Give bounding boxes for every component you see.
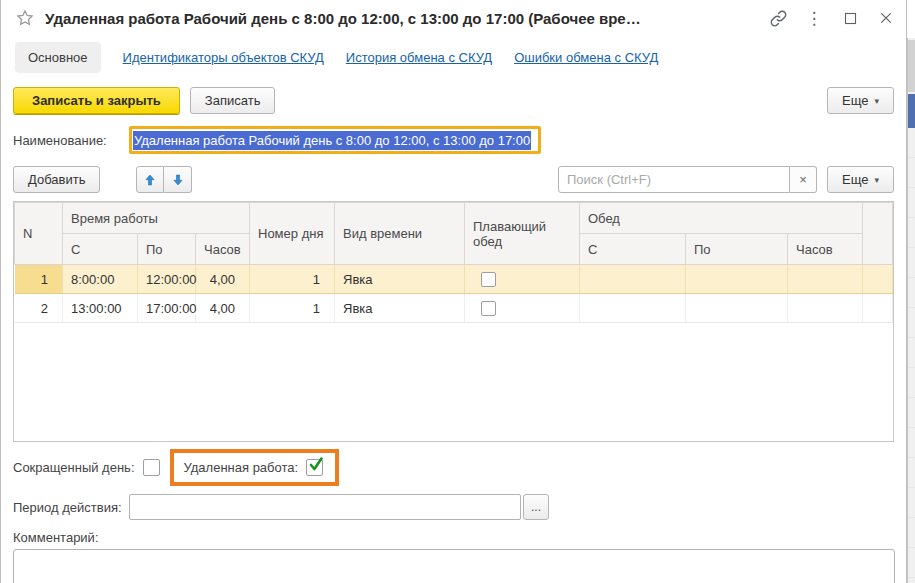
- more-button-top[interactable]: Еще ▾: [827, 87, 894, 114]
- table-command-bar: Добавить × Еще ▾: [1, 160, 906, 201]
- check-icon: [308, 457, 324, 473]
- chevron-down-icon: ▾: [874, 96, 879, 106]
- comment-textarea[interactable]: [13, 549, 895, 583]
- period-row: Период действия: ...: [1, 486, 906, 520]
- move-down-button[interactable]: [164, 166, 192, 193]
- schedule-table-container: N Время работы Номер дня Вид времени Пла…: [13, 201, 894, 442]
- col-header-work-from[interactable]: С: [63, 234, 138, 265]
- cell-day-number[interactable]: 1: [250, 294, 335, 323]
- arrow-down-icon: [171, 173, 185, 187]
- vertical-scrollbar[interactable]: [907, 38, 915, 583]
- form-window: Удаленная работа Рабочий день с 8:00 до …: [0, 0, 907, 583]
- checkbox-row: Сокращенный день: Удаленная работа:: [1, 442, 906, 486]
- col-header-lunch-to[interactable]: По: [686, 234, 788, 265]
- floating-lunch-checkbox[interactable]: [481, 301, 496, 316]
- cell-lunch-hours[interactable]: [788, 294, 863, 323]
- cell-lunch-to[interactable]: [686, 265, 788, 294]
- cell-time-kind[interactable]: Явка: [335, 265, 465, 294]
- schedule-table: N Время работы Номер дня Вид времени Пла…: [14, 202, 893, 323]
- col-header-work-time[interactable]: Время работы: [63, 203, 250, 234]
- search-input[interactable]: [558, 166, 790, 193]
- col-header-day-number[interactable]: Номер дня: [250, 203, 335, 265]
- tab-skud-history[interactable]: История обмена с СКУД: [346, 50, 492, 65]
- short-day-label: Сокращенный день:: [13, 460, 135, 475]
- more-button-table-label: Еще: [842, 172, 868, 187]
- cell-floating-lunch: [465, 265, 580, 294]
- cell-work-to[interactable]: 12:00:00: [138, 265, 196, 294]
- name-input[interactable]: Удаленная работа Рабочий день с 8:00 до …: [129, 126, 541, 154]
- search-clear-button[interactable]: ×: [790, 166, 817, 193]
- cell-filler: [863, 265, 893, 294]
- more-button-label: Еще: [842, 93, 868, 108]
- cell-lunch-hours[interactable]: [788, 265, 863, 294]
- search-group: ×: [558, 166, 817, 193]
- name-label: Наименование:: [13, 133, 129, 148]
- chevron-down-icon: ▾: [874, 175, 879, 185]
- save-button[interactable]: Записать: [190, 87, 276, 114]
- scrollbar-track-segment: [908, 40, 915, 92]
- cell-work-from[interactable]: 13:00:00: [63, 294, 138, 323]
- title-bar: Удаленная работа Рабочий день с 8:00 до …: [1, 0, 906, 36]
- favorite-star-icon[interactable]: [15, 8, 35, 28]
- scrollbar-thumb[interactable]: [908, 94, 915, 128]
- col-header-work-hours[interactable]: Часов: [196, 234, 250, 265]
- col-header-lunch[interactable]: Обед: [580, 203, 863, 234]
- cell-filler: [863, 294, 893, 323]
- col-header-lunch-from[interactable]: С: [580, 234, 686, 265]
- close-icon[interactable]: [876, 8, 896, 28]
- tab-main[interactable]: Основное: [15, 42, 101, 73]
- cell-work-to[interactable]: 17:00:00: [138, 294, 196, 323]
- move-row-group: [136, 166, 192, 193]
- period-label: Период действия:: [13, 500, 129, 515]
- cell-lunch-from[interactable]: [580, 294, 686, 323]
- maximize-icon[interactable]: [840, 8, 860, 28]
- cell-work-from[interactable]: 8:00:00: [63, 265, 138, 294]
- arrow-up-icon: [143, 173, 157, 187]
- add-row-button[interactable]: Добавить: [13, 166, 100, 193]
- cell-lunch-from[interactable]: [580, 265, 686, 294]
- period-picker-button[interactable]: ...: [523, 494, 549, 520]
- floating-lunch-checkbox[interactable]: [481, 272, 496, 287]
- window-title: Удаленная работа Рабочий день с 8:00 до …: [45, 10, 752, 27]
- col-header-time-kind[interactable]: Вид времени: [335, 203, 465, 265]
- tab-skud-identifiers[interactable]: Идентификаторы объектов СКУД: [123, 50, 324, 65]
- name-input-selected-text: Удаленная работа Рабочий день с 8:00 до …: [133, 131, 531, 150]
- cell-n[interactable]: 1: [15, 265, 63, 294]
- col-header-lunch-hours[interactable]: Часов: [788, 234, 863, 265]
- more-button-table[interactable]: Еще ▾: [827, 166, 894, 193]
- col-header-n[interactable]: N: [15, 203, 63, 265]
- main-toolbar: Записать и закрыть Записать Еще ▾: [1, 83, 906, 124]
- col-header-work-to[interactable]: По: [138, 234, 196, 265]
- cell-lunch-to[interactable]: [686, 294, 788, 323]
- comment-label: Комментарий:: [1, 520, 906, 549]
- tab-skud-errors[interactable]: Ошибки обмена с СКУД: [514, 50, 658, 65]
- cell-hours[interactable]: 4,00: [196, 294, 250, 323]
- tab-bar: Основное Идентификаторы объектов СКУД Ис…: [1, 36, 906, 83]
- table-row[interactable]: 2 13:00:00 17:00:00 4,00 1 Явка: [15, 294, 893, 323]
- col-header-filler: [863, 203, 893, 265]
- name-row: Наименование: Удаленная работа Рабочий д…: [1, 124, 906, 160]
- table-row[interactable]: 1 8:00:00 12:00:00 4,00 1 Явка: [15, 265, 893, 294]
- col-header-floating-lunch[interactable]: Плавающий обед: [465, 203, 580, 265]
- remote-work-label: Удаленная работа:: [184, 460, 299, 475]
- kebab-menu-icon[interactable]: ⋮: [804, 8, 824, 28]
- short-day-checkbox[interactable]: [143, 459, 160, 476]
- remote-work-checkbox[interactable]: [306, 459, 323, 476]
- period-input[interactable]: [129, 494, 521, 520]
- remote-work-highlight-box: Удаленная работа:: [170, 449, 340, 486]
- save-and-close-button[interactable]: Записать и закрыть: [13, 87, 180, 114]
- cell-floating-lunch: [465, 294, 580, 323]
- cell-n[interactable]: 2: [15, 294, 63, 323]
- cell-day-number[interactable]: 1: [250, 265, 335, 294]
- cell-hours[interactable]: 4,00: [196, 265, 250, 294]
- copy-link-icon[interactable]: [768, 8, 788, 28]
- cell-time-kind[interactable]: Явка: [335, 294, 465, 323]
- move-up-button[interactable]: [136, 166, 164, 193]
